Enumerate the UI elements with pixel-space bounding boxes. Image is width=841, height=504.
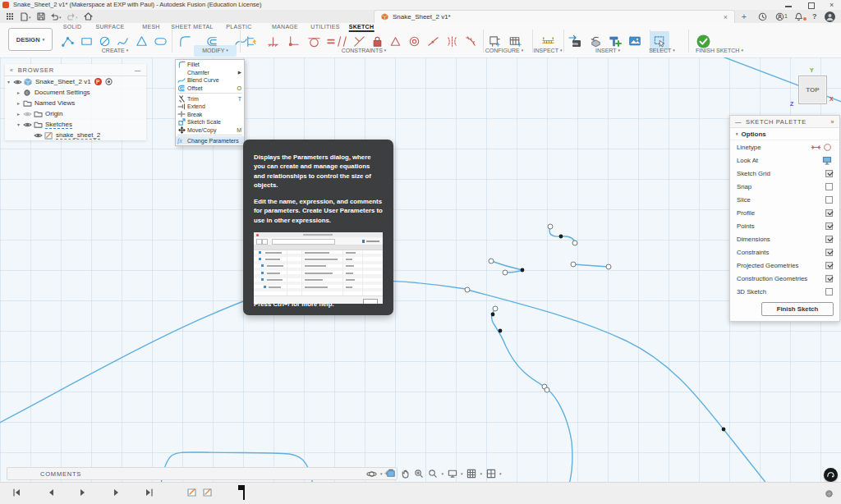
display-settings-icon[interactable] xyxy=(447,469,457,479)
tab-close-icon[interactable]: × xyxy=(724,13,728,21)
curvature-constraint-icon[interactable] xyxy=(462,33,479,49)
browser-row-origin[interactable]: ▸ Origin xyxy=(5,108,146,119)
viewcube-face-label[interactable]: TOP xyxy=(806,86,819,94)
sketch-dimension-icon[interactable] xyxy=(243,33,260,49)
timeline-play-icon[interactable] xyxy=(78,488,87,497)
tree-expand-icon[interactable]: ▸ xyxy=(15,89,22,95)
slot-tool-icon[interactable] xyxy=(152,33,168,49)
look-at-icon[interactable] xyxy=(821,155,833,165)
comments-bar[interactable]: COMMENTS + xyxy=(7,467,398,480)
points-checkbox[interactable] xyxy=(825,222,833,230)
redo-caret[interactable]: ▾ xyxy=(76,16,78,20)
projected-geometries-checkbox[interactable] xyxy=(825,262,833,269)
insert-derive-icon[interactable] xyxy=(587,33,604,49)
snap-checkbox[interactable] xyxy=(825,183,833,190)
symmetry-constraint-icon[interactable] xyxy=(443,33,460,49)
close-button[interactable]: × xyxy=(830,1,834,9)
app-menu-icon[interactable] xyxy=(5,11,15,21)
tree-expand-icon[interactable]: ▸ xyxy=(15,100,22,106)
construction-geometries-checkbox[interactable] xyxy=(825,275,833,282)
fillet-tool-icon[interactable] xyxy=(177,33,193,49)
menu-item-offset[interactable]: Offset O xyxy=(176,85,244,93)
timeline-sketch-feature[interactable] xyxy=(187,488,197,497)
sketch-point[interactable] xyxy=(548,224,553,229)
viewports-icon[interactable] xyxy=(485,469,496,479)
browser-row-named-views[interactable]: ▸ Named Views xyxy=(5,98,146,108)
visibility-eye-icon[interactable] xyxy=(12,78,23,85)
tab-utilities[interactable]: UTILITIES xyxy=(310,24,339,30)
redo-icon[interactable] xyxy=(66,11,76,21)
insert-svg-icon[interactable]: SVG xyxy=(567,33,583,49)
select-tool-icon[interactable] xyxy=(651,33,668,49)
circle-tool-icon[interactable] xyxy=(96,33,113,49)
visibility-eye-icon[interactable] xyxy=(33,131,44,139)
tree-expand-icon[interactable]: ▸ xyxy=(15,111,22,117)
menu-item-move-copy[interactable]: Move/Copy M xyxy=(176,126,244,135)
concentric-constraint-icon[interactable] xyxy=(406,33,422,49)
zoom-icon[interactable] xyxy=(414,469,425,479)
palette-options-section[interactable]: ▾ Options xyxy=(730,128,839,140)
look-at-nav-icon[interactable] xyxy=(386,469,397,479)
palette-dock-icon[interactable]: » xyxy=(831,119,835,125)
browser-header[interactable]: « BROWSER — xyxy=(5,64,146,76)
home-icon[interactable] xyxy=(83,11,93,21)
constraints-checkbox[interactable] xyxy=(825,249,833,256)
tab-solid[interactable]: SOLID xyxy=(63,24,82,30)
perpendicular-constraint-icon[interactable] xyxy=(351,33,367,49)
tab-plastic[interactable]: PLASTIC xyxy=(226,24,251,30)
assistant-chat-icon[interactable] xyxy=(824,468,838,482)
menu-item-fillet[interactable]: Fillet xyxy=(176,61,244,69)
sketch-fixed-point[interactable] xyxy=(499,329,503,333)
root-component-label[interactable]: Snake_Sheet_2 v1 xyxy=(35,78,91,85)
offset-tool-icon[interactable] xyxy=(204,33,220,49)
dimensions-checkbox[interactable] xyxy=(825,236,833,243)
job-status-icon[interactable] xyxy=(757,11,768,22)
sketch-fixed-point[interactable] xyxy=(491,313,495,317)
browser-row-document-settings[interactable]: ▸ Document Settings xyxy=(5,87,146,98)
save-icon[interactable] xyxy=(36,11,46,21)
visibility-eye-icon[interactable] xyxy=(22,110,33,117)
configuration-table-icon[interactable] xyxy=(507,33,523,49)
centerline-linetype-icon[interactable] xyxy=(810,143,821,152)
insert-group-label[interactable]: INSERT▾ xyxy=(595,48,620,53)
tree-expand-icon[interactable]: ▾ xyxy=(15,121,22,127)
visibility-eye-icon[interactable] xyxy=(22,121,33,128)
finish-sketch-group-label[interactable]: FINISH SKETCH▾ xyxy=(696,48,743,53)
configure-group-label[interactable]: CONFIGURE▾ xyxy=(485,48,524,53)
canvas-icon[interactable] xyxy=(627,33,643,49)
timeline-step-forward-icon[interactable] xyxy=(112,488,121,497)
sketch-spline[interactable] xyxy=(467,290,767,482)
construction-linetype-icon[interactable] xyxy=(821,143,833,152)
sketch-fixed-point[interactable] xyxy=(521,268,525,273)
tree-expand-icon[interactable]: ▾ xyxy=(5,79,12,85)
timeline-gear-icon[interactable] xyxy=(825,489,834,498)
tab-manage[interactable]: MANAGE xyxy=(272,24,298,30)
grid-settings-icon[interactable] xyxy=(466,469,477,479)
sketch-point[interactable] xyxy=(493,306,498,311)
sketch-point[interactable] xyxy=(465,287,470,292)
display-caret[interactable]: ▾ xyxy=(461,472,463,476)
sketch-spline[interactable] xyxy=(573,264,609,267)
sketch-fixed-point[interactable] xyxy=(722,428,726,432)
modify-group-label[interactable]: MODIFY▾ xyxy=(202,48,228,53)
sketch-point[interactable] xyxy=(503,270,508,275)
profile-checkbox[interactable] xyxy=(825,209,833,217)
sketch-spline[interactable] xyxy=(546,388,572,482)
rectangle-tool-icon[interactable] xyxy=(78,33,94,49)
sketch-point[interactable] xyxy=(572,241,577,245)
palette-header[interactable]: — SKETCH PALETTE » xyxy=(730,116,839,128)
menu-item-blend-curve[interactable]: Blend Curve xyxy=(176,76,244,85)
grid-caret[interactable]: ▾ xyxy=(480,472,483,476)
parallel-constraint-icon[interactable] xyxy=(333,33,350,49)
sketch-point[interactable] xyxy=(571,262,576,267)
sketch-point[interactable] xyxy=(606,264,611,269)
palette-collapse-icon[interactable]: — xyxy=(735,118,742,126)
viewports-caret[interactable]: ▾ xyxy=(499,472,502,476)
browser-row-sketches[interactable]: ▾ Sketches xyxy=(5,119,146,130)
workspace-selector[interactable]: DESIGN ▾ xyxy=(8,28,53,51)
select-group-label[interactable]: SELECT▾ xyxy=(649,48,675,53)
help-icon[interactable]: ? xyxy=(812,12,817,21)
midpoint-constraint-icon[interactable] xyxy=(387,33,403,49)
browser-dock-icon[interactable]: « xyxy=(10,67,14,73)
sketch-grid-checkbox[interactable] xyxy=(825,170,833,177)
